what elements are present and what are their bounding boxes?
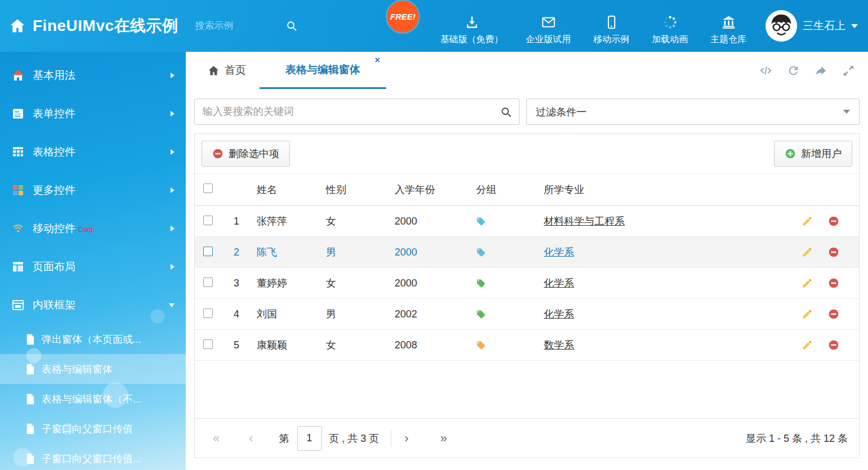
table-row[interactable]: 5 康颖颖 女 2008 数学系 xyxy=(195,330,859,361)
sidebar-item-页面布局[interactable]: 页面布局 xyxy=(0,248,186,286)
header-nav-item[interactable]: 企业版试用 xyxy=(526,15,571,46)
cell-gender: 男 xyxy=(319,307,388,321)
sidebar-item-移动控件[interactable]: 移动控件 Corp. xyxy=(0,209,186,248)
grid-panel: 删除选中项 新增用户 姓名 性别 入学年份 分组 所学专业 1 张萍萍 xyxy=(194,133,860,458)
row-checkbox[interactable] xyxy=(195,216,223,227)
file-icon xyxy=(25,364,35,375)
row-checkbox[interactable] xyxy=(195,247,223,258)
header-nav-item[interactable]: 主题仓库 xyxy=(710,15,746,46)
sidebar-subitem-弹出窗体（本页面或...[interactable]: 弹出窗体（本页面或... xyxy=(0,324,186,354)
table-body: 1 张萍萍 女 2000 材料科学与工程系 2 陈飞 男 2000 化学系 xyxy=(195,206,859,361)
tab-close-icon[interactable]: × xyxy=(375,56,380,65)
header-nav: 基础版（免费） 企业版试用 移动示例 加载动画 主题仓库 xyxy=(440,7,746,46)
sidebar: 基本用法 表单控件 表格控件 更多控件 移动控件 Corp. 页面布局 内联框架 xyxy=(0,52,186,470)
table-header-row: 姓名 性别 入学年份 分组 所学专业 xyxy=(195,174,859,206)
delete-selected-button[interactable]: 删除选中项 xyxy=(202,141,290,167)
major-link[interactable]: 化学系 xyxy=(544,277,574,289)
pagination-bar: « ‹ 第 页 , 共 3 页 › » 显示 1 - 5 条 , 共 12 条 xyxy=(195,418,859,458)
tab-active-label: 表格与编辑窗体 xyxy=(285,62,360,77)
page-number-input[interactable] xyxy=(297,426,322,451)
user-avatar[interactable] xyxy=(766,10,797,42)
home-icon xyxy=(208,65,220,77)
tag-icon xyxy=(469,341,537,350)
delete-row-icon[interactable] xyxy=(828,308,839,320)
sidebar-subitem-子窗口向父窗口传值[interactable]: 子窗口向父窗口传值 xyxy=(0,414,186,444)
edit-pencil-icon[interactable] xyxy=(802,247,813,258)
tag-icon xyxy=(469,279,537,288)
column-header-year[interactable]: 入学年份 xyxy=(388,183,469,196)
column-header-gender[interactable]: 性别 xyxy=(319,183,388,196)
sidebar-subitem-表格与编辑窗体（不...[interactable]: 表格与编辑窗体（不... xyxy=(0,384,186,414)
table-row[interactable]: 2 陈飞 男 2000 化学系 xyxy=(195,237,859,268)
row-checkbox[interactable] xyxy=(195,277,223,289)
delete-row-icon[interactable] xyxy=(828,339,839,351)
row-checkbox[interactable] xyxy=(195,308,223,320)
user-menu[interactable]: 三生石上 xyxy=(766,10,858,42)
header-nav-item[interactable]: 基础版（免费） xyxy=(440,15,503,46)
tab-active[interactable]: 表格与编辑窗体 × xyxy=(259,52,386,89)
sidebar-subitem-表格与编辑窗体[interactable]: 表格与编辑窗体 xyxy=(0,354,186,384)
prev-page-button[interactable]: ‹ xyxy=(249,432,253,445)
spinner-icon xyxy=(663,15,678,30)
chevron-right-icon xyxy=(171,226,175,231)
next-page-button[interactable]: › xyxy=(405,432,409,445)
column-header-major[interactable]: 所学专业 xyxy=(537,183,797,196)
row-number: 5 xyxy=(223,339,250,351)
edit-pencil-icon[interactable] xyxy=(802,339,813,351)
sidebar-item-基本用法[interactable]: 基本用法 xyxy=(0,56,186,95)
delete-row-icon[interactable] xyxy=(828,277,839,289)
filter-dropdown[interactable]: 过滤条件一 xyxy=(526,99,860,125)
sidebar-item-内联框架[interactable]: 内联框架 xyxy=(0,286,186,324)
brand[interactable]: FineUIMvc在线示例 xyxy=(0,15,178,37)
source-code-icon[interactable] xyxy=(759,64,772,77)
header-search[interactable] xyxy=(195,20,314,32)
cell-name: 刘国 xyxy=(250,307,319,321)
tab-tools xyxy=(759,52,860,89)
major-link[interactable]: 化学系 xyxy=(544,308,574,320)
header-nav-item[interactable]: 移动示例 xyxy=(593,15,629,46)
envelope-icon xyxy=(541,15,556,30)
search-icon[interactable] xyxy=(500,106,512,118)
header-search-input[interactable] xyxy=(195,20,285,32)
app-title: FineUIMvc在线示例 xyxy=(33,15,178,37)
edit-pencil-icon[interactable] xyxy=(802,308,813,320)
search-icon[interactable] xyxy=(285,20,298,32)
row-checkbox[interactable] xyxy=(195,339,223,351)
last-page-button[interactable]: » xyxy=(440,432,447,445)
open-in-new-window-icon[interactable] xyxy=(815,64,827,77)
add-user-button[interactable]: 新增用户 xyxy=(774,141,852,167)
major-link[interactable]: 化学系 xyxy=(544,247,574,258)
sidebar-item-更多控件[interactable]: 更多控件 xyxy=(0,171,186,209)
column-header-group[interactable]: 分组 xyxy=(469,183,537,196)
refresh-icon[interactable] xyxy=(787,64,800,77)
row-number: 4 xyxy=(223,308,250,320)
delete-row-icon[interactable] xyxy=(828,216,839,227)
header-nav-item[interactable]: 加载动画 xyxy=(652,15,688,46)
free-badge: FREE! xyxy=(387,1,419,33)
column-header-name[interactable]: 姓名 xyxy=(250,183,319,196)
select-all-checkbox[interactable] xyxy=(195,183,223,196)
edit-pencil-icon[interactable] xyxy=(802,216,813,227)
major-link[interactable]: 材料科学与工程系 xyxy=(544,216,625,227)
chevron-right-icon xyxy=(171,73,175,78)
sidebar-subitem-子窗口向父窗口传值...[interactable]: 子窗口向父窗口传值... xyxy=(0,444,186,470)
grid-icon xyxy=(11,145,25,159)
keyword-search-box[interactable] xyxy=(194,99,520,125)
table-row[interactable]: 3 董婷婷 女 2000 化学系 xyxy=(195,268,859,299)
sidebar-item-表单控件[interactable]: 表单控件 xyxy=(0,95,186,133)
page-label-suffix: 页 , 共 3 页 xyxy=(329,432,379,445)
chevron-down-icon xyxy=(169,303,175,307)
first-page-button[interactable]: « xyxy=(213,432,220,445)
sidebar-item-表格控件[interactable]: 表格控件 xyxy=(0,133,186,171)
keyword-search-input[interactable] xyxy=(195,106,500,118)
cell-name: 康颖颖 xyxy=(250,338,319,352)
delete-row-icon[interactable] xyxy=(828,247,839,258)
tab-home[interactable]: 首页 xyxy=(194,52,259,89)
fullscreen-icon[interactable] xyxy=(842,64,855,77)
edit-pencil-icon[interactable] xyxy=(802,277,813,289)
cell-year: 2002 xyxy=(388,308,469,320)
table-row[interactable]: 1 张萍萍 女 2000 材料科学与工程系 xyxy=(195,206,859,237)
cell-name: 董婷婷 xyxy=(250,276,319,290)
table-row[interactable]: 4 刘国 男 2002 化学系 xyxy=(195,299,859,330)
major-link[interactable]: 数学系 xyxy=(544,339,574,351)
